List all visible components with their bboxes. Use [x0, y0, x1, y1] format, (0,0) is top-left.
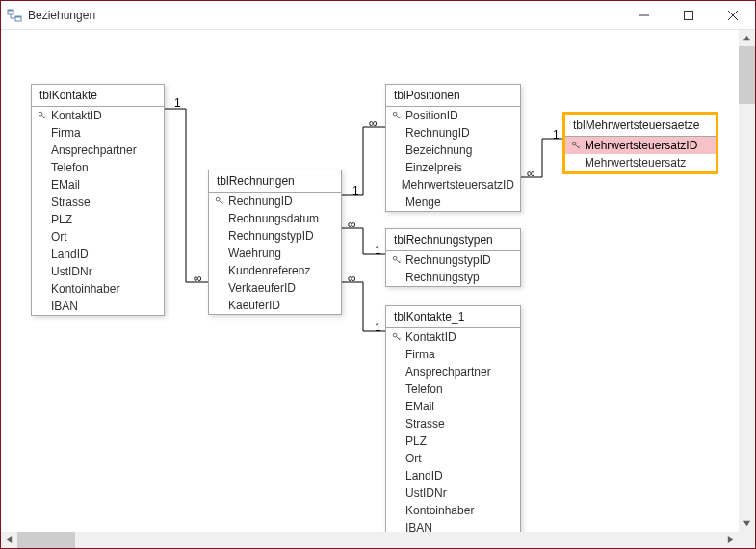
table-tblMehrwertsteuersaetze[interactable]: tblMehrwertsteuersaetzeMehrwertsteuersat…	[563, 113, 717, 173]
table-tblKontakte[interactable]: tblKontakteKontaktIDFirmaAnsprechpartner…	[31, 84, 165, 316]
minimize-button[interactable]	[622, 1, 666, 30]
field-row[interactable]: LandID	[386, 467, 520, 484]
field-row[interactable]: Ort	[32, 228, 164, 246]
scroll-right-button[interactable]	[722, 532, 739, 548]
field-row[interactable]: Kontoinhaber	[32, 280, 164, 298]
field-row[interactable]: Telefon	[386, 380, 520, 398]
field-row[interactable]: Strasse	[386, 415, 520, 432]
table-fields: RechnungIDRechnungsdatumRechnungstypIDWa…	[209, 193, 341, 314]
field-row[interactable]: Ansprechpartner	[386, 363, 520, 380]
field-label: Firma	[49, 125, 81, 141]
table-header[interactable]: tblKontakte_1	[386, 306, 520, 328]
field-row[interactable]: RechnungstypID	[209, 227, 341, 245]
table-tblRechnungstypen[interactable]: tblRechnungstypenRechnungstypIDRechnungs…	[385, 228, 521, 287]
svg-text:1: 1	[174, 96, 181, 110]
horizontal-scrollbar[interactable]	[1, 532, 739, 548]
table-header[interactable]: tblKontakte	[32, 85, 164, 107]
primary-key-icon	[213, 196, 226, 206]
field-row[interactable]: Waehrung	[209, 245, 341, 262]
table-fields: PositionIDRechnungIDBezeichnungEinzelpre…	[386, 107, 520, 211]
svg-text:∞: ∞	[527, 167, 535, 180]
field-label: Kundenreferenz	[226, 263, 310, 278]
field-row[interactable]: IBAN	[32, 298, 164, 315]
field-row[interactable]: Telefon	[32, 159, 164, 176]
field-label: RechnungstypID	[404, 252, 491, 268]
field-label: Ansprechpartner	[404, 364, 491, 379]
scroll-thumb-horizontal[interactable]	[17, 532, 75, 548]
field-row[interactable]: Firma	[32, 124, 164, 142]
field-label: VerkaeuferID	[226, 280, 296, 296]
scroll-down-button[interactable]	[739, 515, 755, 532]
table-header[interactable]: tblRechnungen	[209, 170, 341, 193]
field-row[interactable]: Ort	[386, 450, 520, 467]
scroll-left-button[interactable]	[1, 532, 17, 548]
field-row[interactable]: RechnungID	[386, 124, 520, 142]
field-label: KontaktID	[49, 108, 102, 123]
field-row[interactable]: RechnungstypID	[386, 251, 520, 269]
field-row[interactable]: MehrwertsteuersatzID	[565, 137, 716, 154]
field-row[interactable]: PLZ	[386, 432, 520, 450]
svg-text:1: 1	[375, 244, 381, 257]
field-label: Waehrung	[226, 246, 281, 261]
field-label: IBAN	[49, 299, 78, 314]
field-row[interactable]: Menge	[386, 194, 520, 211]
field-row[interactable]: PLZ	[32, 211, 164, 228]
scroll-thumb-vertical[interactable]	[739, 46, 755, 104]
field-row[interactable]: Bezeichnung	[386, 142, 520, 159]
field-row[interactable]: Strasse	[32, 194, 164, 211]
titlebar[interactable]: Beziehungen	[1, 1, 755, 30]
table-tblRechnungen[interactable]: tblRechnungenRechnungIDRechnungsdatumRec…	[208, 170, 342, 315]
table-header[interactable]: tblPositionen	[386, 85, 520, 107]
field-label: Mehrwertsteuersatz	[583, 155, 686, 170]
field-row[interactable]: KontaktID	[32, 107, 164, 124]
field-row[interactable]: MehrwertsteuersatzID	[386, 176, 520, 194]
field-row[interactable]: RechnungID	[209, 193, 341, 210]
field-row[interactable]: UstIDNr	[32, 263, 164, 280]
relationships-canvas[interactable]: 1∞1∞∞1∞1∞1 tblKontakteKontaktIDFirmaAnsp…	[1, 30, 739, 532]
field-label: Ort	[404, 451, 422, 466]
field-row[interactable]: PositionID	[386, 107, 520, 124]
field-label: Ort	[49, 229, 67, 245]
sizegrip[interactable]	[739, 532, 755, 548]
field-row[interactable]: UstIDNr	[386, 484, 520, 502]
field-row[interactable]: Ansprechpartner	[32, 142, 164, 159]
field-row[interactable]: KaeuferID	[209, 297, 341, 314]
maximize-button[interactable]	[666, 1, 711, 30]
table-header[interactable]: tblRechnungstypen	[386, 229, 520, 251]
field-label: Telefon	[49, 160, 89, 175]
field-row[interactable]: EMail	[386, 398, 520, 415]
field-row[interactable]: VerkaeuferID	[209, 279, 341, 297]
svg-text:∞: ∞	[194, 272, 202, 285]
field-row[interactable]: Einzelpreis	[386, 159, 520, 176]
table-header[interactable]: tblMehrwertsteuersaetze	[565, 115, 716, 137]
svg-rect-2	[8, 10, 13, 12]
field-label: LandID	[404, 468, 443, 484]
field-label: Menge	[404, 195, 441, 210]
field-row[interactable]: Mehrwertsteuersatz	[565, 154, 716, 171]
field-row[interactable]: LandID	[32, 246, 164, 263]
svg-text:1: 1	[553, 128, 560, 142]
table-fields: KontaktIDFirmaAnsprechpartnerTelefonEMai…	[386, 328, 520, 536]
field-row[interactable]: KontaktID	[386, 328, 520, 346]
vertical-scrollbar[interactable]	[739, 30, 755, 532]
table-fields: RechnungstypIDRechnungstyp	[386, 251, 520, 286]
table-tblKontakte_1[interactable]: tblKontakte_1KontaktIDFirmaAnsprechpartn…	[385, 305, 521, 537]
field-label: UstIDNr	[49, 264, 92, 279]
field-label: Bezeichnung	[404, 143, 472, 158]
field-label: Ansprechpartner	[49, 143, 137, 158]
field-row[interactable]: Rechnungstyp	[386, 269, 520, 286]
svg-text:∞: ∞	[369, 117, 378, 130]
field-label: MehrwertsteuersatzID	[400, 177, 514, 193]
field-row[interactable]: Firma	[386, 346, 520, 363]
field-row[interactable]: Kundenreferenz	[209, 262, 341, 279]
close-button[interactable]	[711, 1, 755, 30]
primary-key-icon	[390, 111, 404, 120]
table-tblPositionen[interactable]: tblPositionenPositionIDRechnungIDBezeich…	[385, 84, 521, 212]
field-row[interactable]: Rechnungsdatum	[209, 210, 341, 227]
field-row[interactable]: EMail	[32, 176, 164, 194]
scroll-up-button[interactable]	[739, 30, 755, 46]
field-row[interactable]: Kontoinhaber	[386, 502, 520, 519]
field-label: Einzelpreis	[404, 160, 462, 175]
field-label: RechnungID	[404, 125, 470, 141]
field-label: PLZ	[49, 212, 72, 227]
